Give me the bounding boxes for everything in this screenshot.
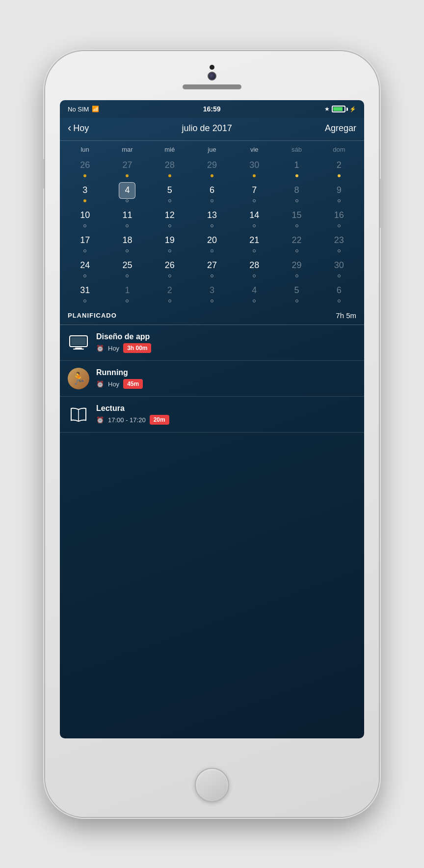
cal-cell-26-jun[interactable]: 26 [64, 155, 106, 179]
home-button[interactable] [195, 768, 229, 802]
dot-3-aug [211, 299, 213, 302]
cal-cell-14[interactable]: 14 [233, 205, 275, 229]
cal-cell-9[interactable]: 9 [318, 180, 360, 204]
cal-cell-3-aug[interactable]: 3 [191, 280, 233, 304]
dot-2-aug [168, 299, 171, 302]
dot-29-jun [211, 174, 213, 177]
dot-27 [211, 274, 213, 277]
cal-cell-22[interactable]: 22 [275, 230, 318, 254]
schedule-item-running[interactable]: 🏃 Running ⏰ Hoy 45m [60, 361, 364, 397]
cal-cell-19[interactable]: 19 [149, 230, 191, 254]
cal-cell-7[interactable]: 7 [233, 180, 275, 204]
cal-cell-16[interactable]: 16 [318, 205, 360, 229]
dot-22 [295, 249, 298, 252]
cal-cell-25[interactable]: 25 [106, 255, 148, 279]
dot-8 [295, 199, 298, 202]
cal-cell-1-jul[interactable]: 1 [275, 155, 318, 179]
svg-rect-1 [71, 337, 86, 345]
diseno-clock-icon: ⏰ [96, 345, 104, 352]
speaker [183, 84, 241, 89]
dot-28 [253, 274, 256, 277]
cal-cell-4[interactable]: 4 [106, 180, 148, 204]
cal-cell-5[interactable]: 5 [149, 180, 191, 204]
back-label[interactable]: Hoy [73, 123, 89, 134]
dot-16 [338, 224, 341, 227]
dot-31 [83, 299, 86, 302]
running-badge: 45m [123, 379, 143, 389]
schedule-header: PLANIFICADO 7h 5m [60, 304, 364, 325]
time-display: 16:59 [203, 105, 221, 113]
dot-19 [168, 249, 171, 252]
weekday-mar: mar [106, 146, 148, 153]
dot-24 [83, 274, 86, 277]
dot-20 [211, 249, 213, 252]
dot-6 [211, 199, 213, 202]
cal-cell-24[interactable]: 24 [64, 255, 106, 279]
dot-4 [126, 199, 129, 202]
schedule-total-time: 7h 5m [336, 311, 356, 320]
weekday-jue: jue [191, 146, 233, 153]
calendar-grid: 26 27 28 29 [60, 155, 364, 304]
cal-cell-27-jun[interactable]: 27 [106, 155, 148, 179]
schedule-item-lectura[interactable]: Lectura ⏰ 17:00 - 17:20 20m [60, 397, 364, 433]
schedule-item-diseno[interactable]: Diseño de app ⏰ Hoy 3h 00m [60, 325, 364, 361]
add-button[interactable]: Agregar [325, 123, 356, 134]
cal-cell-3[interactable]: 3 [64, 180, 106, 204]
dot-18 [126, 249, 129, 252]
cal-cell-6[interactable]: 6 [191, 180, 233, 204]
cal-cell-29[interactable]: 29 [275, 255, 318, 279]
cal-cell-11[interactable]: 11 [106, 205, 148, 229]
dot-5-aug [295, 299, 298, 302]
lectura-name: Lectura [96, 404, 356, 413]
bluetooth-icon: ★ [324, 106, 330, 112]
dot-30-jun [253, 174, 256, 177]
diseno-name: Diseño de app [96, 332, 356, 341]
running-icon: 🏃 [68, 368, 89, 389]
cal-cell-5-aug[interactable]: 5 [275, 280, 318, 304]
cal-cell-12[interactable]: 12 [149, 205, 191, 229]
running-name: Running [96, 368, 356, 377]
cal-cell-20[interactable]: 20 [191, 230, 233, 254]
cal-cell-2-jul[interactable]: 2 [318, 155, 360, 179]
cal-cell-29-jun[interactable]: 29 [191, 155, 233, 179]
svg-rect-3 [73, 349, 84, 350]
cal-cell-2-aug[interactable]: 2 [149, 280, 191, 304]
cal-cell-28[interactable]: 28 [233, 255, 275, 279]
cal-cell-18[interactable]: 18 [106, 230, 148, 254]
cal-cell-13[interactable]: 13 [191, 205, 233, 229]
dot-12 [168, 224, 171, 227]
weekday-sab: sáb [275, 146, 318, 153]
status-left: No SIM 📶 [68, 106, 99, 113]
lectura-time-label: 17:00 - 17:20 [108, 416, 146, 424]
cal-cell-27[interactable]: 27 [191, 255, 233, 279]
diseno-badge: 3h 00m [123, 343, 151, 353]
cal-cell-4-aug[interactable]: 4 [233, 280, 275, 304]
cal-cell-31[interactable]: 31 [64, 280, 106, 304]
cal-cell-21[interactable]: 21 [233, 230, 275, 254]
phone-body: No SIM 📶 16:59 ★ ⚡ [45, 51, 379, 817]
cal-cell-15[interactable]: 15 [275, 205, 318, 229]
dot-4-aug [253, 299, 256, 302]
cal-cell-6-aug[interactable]: 6 [318, 280, 360, 304]
lectura-badge: 20m [150, 415, 169, 425]
dot-3 [83, 199, 86, 202]
cal-cell-1-aug[interactable]: 1 [106, 280, 148, 304]
nav-back-button[interactable]: ‹ Hoy [68, 122, 89, 135]
dot-11 [126, 224, 129, 227]
dot-28-jun [168, 174, 171, 177]
cal-cell-23[interactable]: 23 [318, 230, 360, 254]
dot-10 [83, 224, 86, 227]
cal-cell-17[interactable]: 17 [64, 230, 106, 254]
cal-cell-30[interactable]: 30 [318, 255, 360, 279]
dot-2-jul [338, 174, 341, 177]
cal-cell-30-jun[interactable]: 30 [233, 155, 275, 179]
wifi-icon: 📶 [92, 106, 99, 112]
cal-cell-10[interactable]: 10 [64, 205, 106, 229]
cal-cell-8[interactable]: 8 [275, 180, 318, 204]
diseno-icon [68, 332, 89, 353]
cal-cell-28-jun[interactable]: 28 [149, 155, 191, 179]
running-clock-icon: ⏰ [96, 380, 104, 388]
dot-9 [338, 199, 341, 202]
cal-cell-26[interactable]: 26 [149, 255, 191, 279]
nav-header: ‹ Hoy julio de 2017 Agregar [60, 118, 364, 140]
